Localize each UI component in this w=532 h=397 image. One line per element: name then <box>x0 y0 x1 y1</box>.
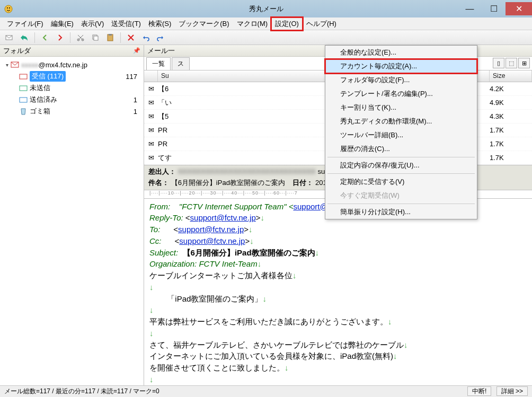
folder-icon <box>19 107 28 116</box>
mail-tab-label: メール一 <box>147 46 175 56</box>
folder-count: 1 <box>134 96 143 104</box>
menu-設定[interactable]: 設定(O) <box>271 17 303 30</box>
menu-item[interactable]: ツールバー詳細(B)... <box>325 128 477 142</box>
menu-item[interactable]: キー割り当て(K)... <box>325 101 477 114</box>
menu-検索[interactable]: 検索(S) <box>145 17 175 30</box>
account-row[interactable]: ▾ xxxxx@mx4.fctv.ne.jp <box>1 59 143 70</box>
menu-編集[interactable]: 編集(E) <box>47 17 77 30</box>
svg-point-1 <box>7 7 8 8</box>
next-button[interactable] <box>54 32 66 43</box>
view-buttons: ▯ ⬚ ⊞ <box>493 58 530 68</box>
separator <box>34 32 35 43</box>
folder-count: 1 <box>134 108 143 116</box>
paste-button[interactable] <box>104 32 117 43</box>
menu-表示[interactable]: 表示(V) <box>77 17 108 30</box>
prev-button[interactable] <box>39 32 51 43</box>
reply-button[interactable] <box>18 32 31 43</box>
redo-button[interactable] <box>154 32 167 43</box>
expand-icon[interactable]: ▾ <box>3 62 11 68</box>
window-controls: — ☐ ✕ <box>458 2 532 15</box>
folder-label: ゴミ箱 <box>30 107 50 116</box>
menu-送受信[interactable]: 送受信(T) <box>108 17 145 30</box>
menu-item[interactable]: 全般的な設定(E)... <box>325 46 477 59</box>
folder-row[interactable]: 送信済み1 <box>1 94 143 105</box>
date-key: 日付： <box>292 179 313 187</box>
menu-item[interactable]: フォルダ毎の設定(F)... <box>325 73 477 87</box>
mail-icon: ✉ <box>144 99 158 107</box>
folder-label: 未送信 <box>30 83 50 93</box>
mail-size: 4.9K <box>490 99 532 107</box>
menu-ファイル[interactable]: ファイル(F) <box>3 17 47 30</box>
copy-button[interactable] <box>89 32 102 43</box>
account-icon <box>11 60 19 69</box>
svg-point-0 <box>5 5 12 13</box>
menu-item[interactable]: 定期的に受信する(V) <box>325 175 477 189</box>
status-bar: メール総数=117 / 最近の分=117 / 未読=117 / マーク=0 中断… <box>0 385 532 397</box>
tab-list[interactable]: 一覧 <box>146 57 171 70</box>
maximize-button[interactable]: ☐ <box>482 2 506 15</box>
menu-item[interactable]: 履歴の消去(C)... <box>325 142 477 156</box>
folder-label: 送信済み <box>30 95 57 104</box>
delete-button[interactable] <box>125 32 137 43</box>
app-icon <box>4 5 13 13</box>
abort-button[interactable]: 中断! <box>467 386 491 396</box>
view-btn2[interactable]: ⬚ <box>506 58 517 68</box>
folder-row[interactable]: 未送信 <box>1 82 143 94</box>
folder-row[interactable]: 受信 (117)117 <box>1 70 143 82</box>
svg-rect-9 <box>109 34 112 36</box>
svg-rect-13 <box>20 98 27 102</box>
pin-icon[interactable]: 📌 <box>133 47 140 54</box>
close-button[interactable]: ✕ <box>506 2 532 15</box>
folder-count: 117 <box>126 73 143 81</box>
sidebar: フォルダ 📌 ▾ xxxxx@mx4.fctv.ne.jp 受信 (117)11… <box>0 45 144 385</box>
view-btn1[interactable]: ▯ <box>493 58 504 68</box>
menu-bar: ファイル(F)編集(E)表示(V)送受信(T)検索(S)ブックマーク(B)マクロ… <box>0 17 532 30</box>
separator <box>120 32 121 43</box>
status-text: メール総数=117 / 最近の分=117 / 未読=117 / マーク=0 <box>4 387 159 396</box>
folder-icon <box>19 84 28 92</box>
detail-button[interactable]: 詳細 >> <box>496 386 528 396</box>
mail-size: 1.7K <box>490 126 532 134</box>
menu-item: 今すぐ定期受信(W) <box>325 189 477 202</box>
undo-button[interactable] <box>139 32 152 43</box>
main-panel: メール一 一覧 ス ▯ ⬚ ⊞ Su ▼Date Size ✉【6nter...… <box>144 45 532 385</box>
menu-item[interactable]: 簡単振り分け設定(H)... <box>325 205 477 219</box>
menu-item[interactable]: アカウント毎の設定(A)... <box>325 59 477 73</box>
cut-button[interactable] <box>74 32 87 43</box>
menu-ブックマーク[interactable]: ブックマーク(B) <box>175 17 233 30</box>
tab-thread[interactable]: ス <box>172 57 190 70</box>
mail-size: 1.7K <box>490 154 532 162</box>
svg-rect-11 <box>20 74 27 79</box>
mail-size: 1.7K <box>490 140 532 148</box>
sender-key: 差出人： <box>148 167 176 175</box>
account-label: xxxxx <box>21 61 39 69</box>
content-area: フォルダ 📌 ▾ xxxxx@mx4.fctv.ne.jp 受信 (117)11… <box>0 45 532 385</box>
folder-icon <box>19 72 28 81</box>
menu-item[interactable]: 秀丸エディタの動作環境(M)... <box>325 114 477 128</box>
mail-size: 4.3K <box>490 112 532 120</box>
folder-row[interactable]: ゴミ箱1 <box>1 105 143 117</box>
sidebar-header: フォルダ 📌 <box>0 45 144 57</box>
svg-point-2 <box>9 7 10 8</box>
col-icon[interactable] <box>144 70 158 82</box>
separator <box>70 32 70 43</box>
mail-icon: ✉ <box>144 140 158 148</box>
settings-menu-dropdown: 全般的な設定(E)...アカウント毎の設定(A)...フォルダ毎の設定(F)..… <box>325 45 477 219</box>
mail-size: 4.2K <box>490 85 532 93</box>
toolbar <box>0 30 532 45</box>
mail-body: From: "FCTV Internet Support Team" <supp… <box>144 199 532 385</box>
menu-マクロ[interactable]: マクロ(M) <box>233 17 272 30</box>
mail-icon: ✉ <box>144 126 158 134</box>
mail-icon: ✉ <box>144 154 158 162</box>
menu-ヘルプ[interactable]: ヘルプ(H) <box>303 17 340 30</box>
col-size[interactable]: Size <box>490 70 532 82</box>
folder-tree: ▾ xxxxx@mx4.fctv.ne.jp 受信 (117)117未送信送信済… <box>0 57 144 385</box>
svg-rect-7 <box>94 36 98 40</box>
menu-item[interactable]: 設定内容の保存/復元(U)... <box>325 158 477 172</box>
title-bar: 秀丸メール — ☐ ✕ <box>0 0 532 17</box>
new-mail-button[interactable] <box>3 32 16 43</box>
view-btn3[interactable]: ⊞ <box>518 58 530 68</box>
menu-item[interactable]: テンプレート/署名の編集(P)... <box>325 87 477 101</box>
minimize-button[interactable]: — <box>458 2 482 15</box>
subject-value: 【6月開催分】iPad教室開催のご案内 <box>171 179 285 187</box>
